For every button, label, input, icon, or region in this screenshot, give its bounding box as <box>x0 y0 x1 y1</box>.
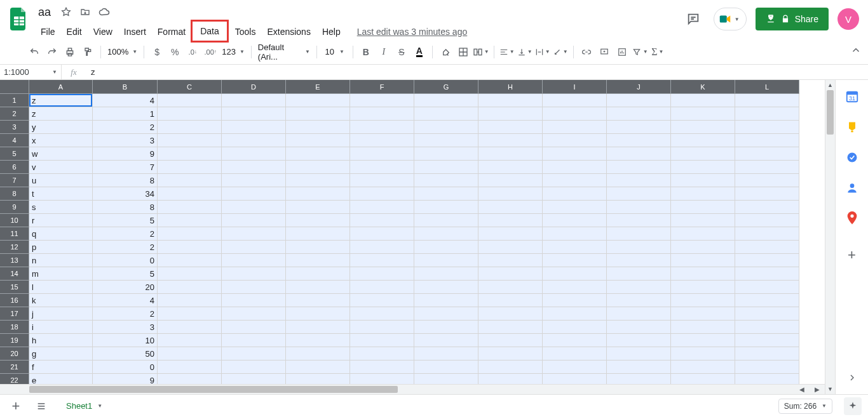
cell[interactable]: q <box>29 227 93 241</box>
cell[interactable] <box>735 147 799 161</box>
cell[interactable] <box>478 121 543 134</box>
horizontal-scroll-nav[interactable]: ◀▶ <box>794 384 825 394</box>
cell[interactable] <box>478 214 543 227</box>
cell[interactable] <box>543 321 607 334</box>
cell[interactable]: 9 <box>93 147 158 161</box>
cell[interactable] <box>478 347 543 361</box>
cell[interactable]: k <box>29 294 93 307</box>
bold-button[interactable]: B <box>357 43 375 61</box>
cell[interactable] <box>158 241 222 254</box>
sheet-tab[interactable]: Sheet1▼ <box>57 395 111 417</box>
cell[interactable] <box>350 201 414 214</box>
cell[interactable]: 0 <box>93 361 158 374</box>
font-size-select[interactable]: 10▼ <box>321 47 349 56</box>
cell[interactable] <box>414 347 478 361</box>
cell[interactable] <box>671 201 735 214</box>
cell[interactable] <box>286 254 350 267</box>
cell[interactable] <box>158 334 222 347</box>
cell[interactable] <box>607 267 671 281</box>
spreadsheet-grid[interactable]: ABCDEFGHIJKL 1z42z13y24x35w96v77u88t349s… <box>0 80 825 394</box>
cell[interactable] <box>286 227 350 241</box>
fill-color-button[interactable] <box>437 43 454 61</box>
cell[interactable] <box>158 267 222 281</box>
cell[interactable] <box>158 347 222 361</box>
cell[interactable] <box>543 214 607 227</box>
cell[interactable]: 3 <box>93 321 158 334</box>
cell[interactable] <box>735 201 799 214</box>
cell[interactable] <box>222 281 286 294</box>
cell[interactable]: s <box>29 201 93 214</box>
cell[interactable] <box>735 134 799 147</box>
cell[interactable] <box>607 241 671 254</box>
cell[interactable] <box>350 94 414 107</box>
row-header[interactable]: 15 <box>0 281 29 294</box>
formula-input[interactable]: z <box>86 67 868 77</box>
cell[interactable] <box>222 347 286 361</box>
cell[interactable] <box>543 294 607 307</box>
column-header[interactable]: C <box>158 80 222 94</box>
cell[interactable] <box>350 347 414 361</box>
cell[interactable]: 10 <box>93 334 158 347</box>
contacts-icon[interactable] <box>844 180 860 195</box>
cell[interactable] <box>222 121 286 134</box>
cell[interactable] <box>543 374 607 384</box>
row-header[interactable]: 8 <box>0 187 29 201</box>
cell[interactable]: t <box>29 187 93 201</box>
cell[interactable]: w <box>29 147 93 161</box>
cell[interactable] <box>158 107 222 121</box>
cell[interactable] <box>286 201 350 214</box>
cell[interactable]: x <box>29 134 93 147</box>
cell[interactable] <box>607 307 671 321</box>
cell[interactable] <box>158 94 222 107</box>
cell[interactable] <box>735 214 799 227</box>
cell[interactable] <box>671 321 735 334</box>
column-header[interactable]: A <box>29 80 93 94</box>
cell[interactable] <box>414 374 478 384</box>
cell[interactable] <box>414 321 478 334</box>
cell[interactable] <box>735 347 799 361</box>
cell[interactable] <box>671 307 735 321</box>
cell[interactable] <box>286 267 350 281</box>
row-header[interactable]: 21 <box>0 361 29 374</box>
menu-view[interactable]: View <box>88 24 118 39</box>
row-header[interactable]: 5 <box>0 147 29 161</box>
cell[interactable] <box>350 174 414 187</box>
row-header[interactable]: 4 <box>0 134 29 147</box>
cell[interactable] <box>735 267 799 281</box>
cell[interactable] <box>222 361 286 374</box>
column-header[interactable]: B <box>93 80 158 94</box>
account-avatar[interactable]: V <box>837 8 859 30</box>
row-header[interactable]: 18 <box>0 321 29 334</box>
cell[interactable] <box>543 161 607 174</box>
last-edit-link[interactable]: Last edit was 3 minutes ago <box>357 27 468 37</box>
row-header[interactable]: 19 <box>0 334 29 347</box>
cell[interactable]: 8 <box>93 174 158 187</box>
row-header[interactable]: 20 <box>0 347 29 361</box>
row-header[interactable]: 16 <box>0 294 29 307</box>
row-header[interactable]: 7 <box>0 174 29 187</box>
cell[interactable] <box>350 107 414 121</box>
add-sheet-button[interactable]: + <box>6 397 25 416</box>
menu-edit[interactable]: Edit <box>62 24 87 39</box>
cell[interactable] <box>671 334 735 347</box>
cell[interactable]: 2 <box>93 121 158 134</box>
format-currency-button[interactable]: $ <box>148 43 166 61</box>
cell[interactable] <box>543 147 607 161</box>
cell[interactable] <box>350 161 414 174</box>
functions-button[interactable]: Σ▼ <box>649 43 667 61</box>
keep-icon[interactable] <box>844 119 860 135</box>
column-header[interactable]: L <box>735 80 799 94</box>
column-header[interactable]: G <box>414 80 478 94</box>
cell[interactable]: 4 <box>93 94 158 107</box>
cell[interactable]: p <box>29 241 93 254</box>
cell[interactable] <box>735 94 799 107</box>
cell[interactable]: 1 <box>93 107 158 121</box>
calendar-icon[interactable]: 31 <box>844 89 860 104</box>
cell[interactable] <box>158 374 222 384</box>
cell[interactable] <box>543 241 607 254</box>
cell[interactable] <box>414 241 478 254</box>
cell[interactable] <box>350 307 414 321</box>
horizontal-align-button[interactable]: ▼ <box>498 43 516 61</box>
cell[interactable] <box>350 321 414 334</box>
cell[interactable] <box>735 241 799 254</box>
